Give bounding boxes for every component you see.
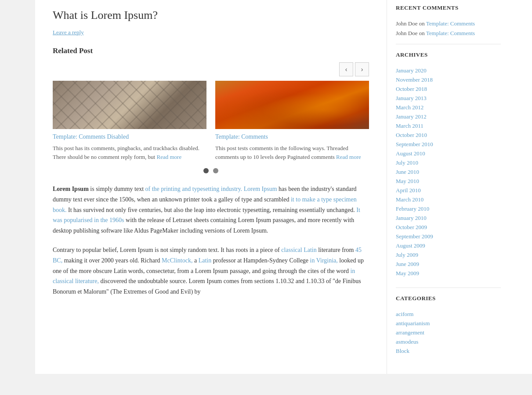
- archive-list-item: September 2010: [396, 141, 501, 148]
- carousel-dot-2[interactable]: [213, 168, 218, 173]
- read-more-link-1[interactable]: Read more: [156, 154, 181, 160]
- archive-list-item: August 2010: [396, 150, 501, 157]
- archive-list-item: January 2013: [396, 95, 501, 102]
- post-card-image-2: [215, 81, 369, 129]
- archive-link[interactable]: March 2012: [396, 104, 423, 111]
- categories-section: CATEGORIES aciformantiquarianismarrangem…: [396, 295, 501, 355]
- archive-link[interactable]: January 2013: [396, 95, 427, 101]
- carousel-posts: Template: Comments Disabled This post ha…: [53, 81, 369, 161]
- sidebar-divider-2: [396, 287, 501, 288]
- archive-list-item: October 2010: [396, 132, 501, 139]
- archive-list-item: August 2009: [396, 242, 501, 249]
- sidebar-divider-1: [396, 44, 501, 44]
- archive-link[interactable]: February 2010: [396, 205, 429, 212]
- archive-list-item: November 2018: [396, 76, 501, 83]
- post-card: Template: Comments This post tests comme…: [215, 81, 369, 161]
- post-card-link-2[interactable]: Template: Comments: [215, 133, 369, 140]
- carousel-dot-1[interactable]: [203, 168, 209, 173]
- archives-section: ARCHIVES January 2020November 2018Octobe…: [396, 51, 501, 277]
- archive-link[interactable]: November 2018: [396, 76, 433, 83]
- category-link[interactable]: aciform: [396, 311, 413, 317]
- category-link[interactable]: antiquarianism: [396, 320, 430, 327]
- recent-comments-title: Recent Comments: [396, 4, 501, 15]
- recent-comments-section: Recent Comments John Doe on Template: Co…: [396, 4, 501, 37]
- comment-link-2[interactable]: Template: Comments: [426, 30, 475, 36]
- archive-list-item: April 2010: [396, 187, 501, 194]
- archive-link[interactable]: October 2010: [396, 132, 427, 138]
- category-link[interactable]: Block: [396, 348, 409, 354]
- post-card-excerpt-1: This post has its comments, pingbacks, a…: [53, 144, 206, 161]
- archive-list-item: March 2012: [396, 104, 501, 111]
- category-list-item: asmodeus: [396, 338, 501, 345]
- archive-list-item: June 2010: [396, 169, 501, 176]
- right-sidebar: Recent Comments John Doe on Template: Co…: [387, 0, 510, 374]
- category-list-item: antiquarianism: [396, 320, 501, 327]
- archive-list-item: September 2009: [396, 233, 501, 240]
- category-link[interactable]: asmodeus: [396, 338, 418, 345]
- recent-comment-1: John Doe on Template: Comments: [396, 20, 501, 27]
- archive-link[interactable]: August 2010: [396, 150, 425, 157]
- archive-link[interactable]: June 2009: [396, 261, 419, 267]
- archive-link[interactable]: March 2010: [396, 196, 423, 203]
- archives-title: ARCHIVES: [396, 51, 501, 62]
- archive-list-item: January 2010: [396, 215, 501, 222]
- left-sidebar: [0, 0, 35, 374]
- post-card-image-1: [53, 81, 206, 129]
- archives-list: January 2020November 2018October 2018Jan…: [396, 67, 501, 277]
- lorem-paragraph-2: Contrary to popular belief, Lorem Ipsum …: [53, 245, 369, 297]
- carousel: ‹ › Template: Comments Disabled This pos…: [53, 62, 369, 173]
- carousel-dots: [53, 168, 369, 173]
- archive-link[interactable]: May 2009: [396, 270, 419, 276]
- archive-list-item: March 2010: [396, 196, 501, 203]
- archive-link[interactable]: May 2010: [396, 178, 419, 184]
- category-list-item: arrangement: [396, 329, 501, 336]
- read-more-link-2[interactable]: Read more: [336, 154, 361, 160]
- archive-list-item: July 2010: [396, 159, 501, 166]
- archive-list-item: February 2010: [396, 205, 501, 212]
- comment-author-1: John Doe: [396, 20, 417, 27]
- archive-list-item: January 2020: [396, 67, 501, 74]
- archive-link[interactable]: January 2012: [396, 113, 427, 120]
- category-list-item: Block: [396, 348, 501, 355]
- archive-link[interactable]: March 2011: [396, 122, 423, 129]
- categories-list: aciformantiquarianismarrangementasmodeus…: [396, 311, 501, 355]
- archive-link[interactable]: October 2009: [396, 224, 427, 230]
- archive-link[interactable]: January 2010: [396, 215, 427, 221]
- leave-reply-link[interactable]: Leave a reply: [53, 29, 84, 36]
- comment-author-2: John Doe: [396, 30, 417, 36]
- related-post-heading: Related Post: [53, 47, 369, 55]
- categories-title: CATEGORIES: [396, 295, 501, 305]
- archive-list-item: June 2009: [396, 261, 501, 268]
- lorem-paragraph-1: Lorem Ipsum is simply dummy text of the …: [53, 184, 369, 236]
- carousel-next-button[interactable]: ›: [355, 62, 369, 76]
- archive-link[interactable]: September 2009: [396, 233, 433, 240]
- archive-link[interactable]: June 2010: [396, 169, 419, 175]
- archive-list-item: July 2009: [396, 251, 501, 259]
- archive-list-item: May 2010: [396, 178, 501, 185]
- lorem-bold-1: Lorem Ipsum: [53, 186, 89, 192]
- archive-link[interactable]: October 2018: [396, 86, 427, 92]
- post-card: Template: Comments Disabled This post ha…: [53, 81, 206, 161]
- archive-list-item: October 2018: [396, 86, 501, 93]
- archive-list-item: October 2009: [396, 224, 501, 231]
- archive-link[interactable]: April 2010: [396, 187, 421, 194]
- archive-link[interactable]: July 2009: [396, 251, 418, 258]
- archive-link[interactable]: August 2009: [396, 242, 425, 249]
- post-card-excerpt-2: This post tests comments in the followin…: [215, 144, 369, 161]
- archive-link[interactable]: September 2010: [396, 141, 433, 147]
- post-card-link-1[interactable]: Template: Comments Disabled: [53, 133, 206, 140]
- category-list-item: aciform: [396, 311, 501, 318]
- page-title: What is Lorem Ipsum?: [53, 9, 369, 22]
- carousel-nav: ‹ ›: [53, 62, 369, 76]
- carousel-prev-button[interactable]: ‹: [339, 62, 353, 76]
- comment-link-1[interactable]: Template: Comments: [426, 20, 475, 27]
- archive-list-item: March 2011: [396, 122, 501, 129]
- category-link[interactable]: arrangement: [396, 329, 424, 336]
- archive-link[interactable]: July 2010: [396, 159, 418, 166]
- main-content: What is Lorem Ipsum? Leave a reply Relat…: [35, 0, 387, 374]
- archive-list-item: May 2009: [396, 270, 501, 277]
- archive-list-item: January 2012: [396, 113, 501, 120]
- archive-link[interactable]: January 2020: [396, 67, 427, 74]
- recent-comment-2: John Doe on Template: Comments: [396, 30, 501, 37]
